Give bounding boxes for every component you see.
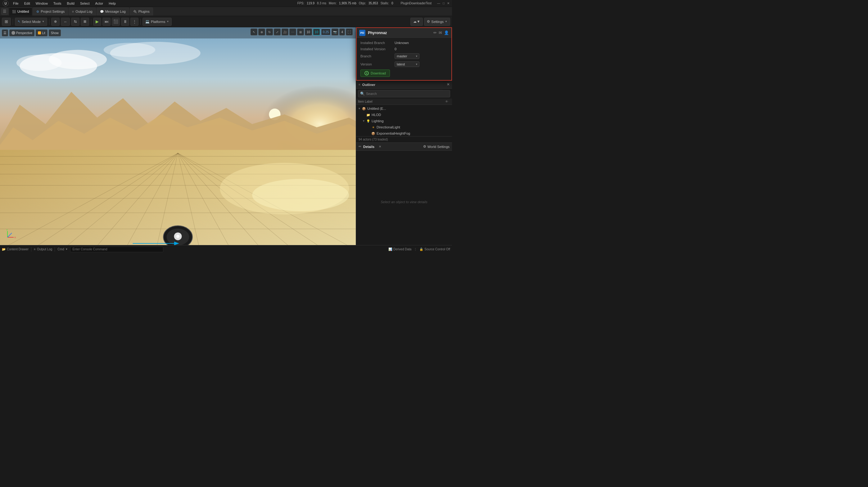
app-layout: U File Edit Window Tools Build Select Ac… (0, 0, 452, 253)
status-separator-2 (55, 247, 55, 252)
details-close-button[interactable]: ✕ (379, 145, 381, 148)
minimize-button[interactable]: — (437, 2, 440, 5)
outliner-close-button[interactable]: ✕ (447, 83, 450, 87)
source-control-button[interactable]: 🔒 Source Control Off (420, 248, 450, 251)
plugin-downloader-popup: PD Phyronnaz ✏ ✉ 👤 Installed Branch Unkn… (356, 27, 452, 80)
hamburger-menu-button[interactable]: ☰ (1, 8, 8, 15)
scale-widget-button[interactable]: ⤢ (274, 29, 281, 35)
branch-select[interactable]: master dev main (395, 53, 420, 59)
version-select-wrapper: latest 5.0 4.27 4.26 (395, 61, 420, 67)
fullscreen-button[interactable]: ⛶ (346, 29, 353, 35)
outliner-header: ≡ Outliner ✕ (356, 80, 452, 89)
grid-button[interactable]: ⊞ (297, 29, 304, 35)
expand-icon-2: ▼ (362, 120, 366, 123)
world-settings-tab[interactable]: ⚙ World Settings (423, 144, 450, 149)
platforms-button[interactable]: 💻 Platforms ▼ (143, 18, 172, 26)
tree-item-lighting[interactable]: ▼ 💡 Lighting (356, 118, 452, 124)
download-button[interactable]: ⬇ Download (361, 69, 390, 77)
tab-plugins[interactable]: 🔌 Plugins (130, 7, 153, 15)
menu-item-window[interactable]: Window (33, 1, 50, 6)
stalls-label: Stalls: (381, 2, 389, 5)
eye-column-header: 👁 (445, 100, 448, 103)
step-button[interactable]: ⏭ (102, 18, 111, 26)
tab-plugins-label: Plugins (138, 10, 150, 13)
tree-item-exponential[interactable]: 📦 ExponentialHeightFog (356, 130, 452, 136)
tab-untitled-icon: ⬛ (12, 10, 16, 13)
rotate-widget-button[interactable]: ↻ (266, 29, 273, 35)
viewport-menu-button[interactable]: ☰ (2, 29, 8, 36)
transform-button-3[interactable]: ⇆ (71, 18, 80, 26)
gear-icon: ⚙ (427, 20, 430, 24)
camera-speed-button[interactable]: 🎥 (282, 29, 288, 35)
play-button[interactable]: ▶ (93, 18, 101, 26)
tab-output-log[interactable]: ≡ Output Log (69, 7, 96, 15)
tree-icon-4: 📦 (371, 131, 375, 135)
select-mode-button[interactable]: ↖ Select Mode ▼ (15, 18, 47, 26)
menu-item-build[interactable]: Build (65, 1, 77, 6)
viewport-options-button[interactable]: ⋯ (289, 29, 296, 35)
menu-item-edit[interactable]: Edit (22, 1, 33, 6)
maximize-button[interactable]: □ (443, 2, 444, 5)
status-bar-options-button[interactable]: ⋮ (414, 248, 417, 251)
derived-data-button[interactable]: 📊 Derived Data (389, 248, 411, 251)
close-button[interactable]: ✕ (447, 2, 450, 5)
grid-number-button[interactable]: 10 (305, 29, 312, 35)
tab-untitled[interactable]: ⬛ Untitled (9, 7, 32, 15)
tab-project-settings[interactable]: ⚙ Project Settings (33, 7, 68, 15)
pause-button[interactable]: ⏸ (121, 18, 129, 26)
plugin-user-icon[interactable]: 👤 (444, 30, 449, 35)
tab-message-log[interactable]: 💬 Message Log (97, 7, 129, 15)
objs-label: Objs: (359, 2, 366, 5)
menu-item-help[interactable]: Help (106, 1, 118, 6)
transform-button-1[interactable]: ⊕ (51, 18, 60, 26)
item-label-column[interactable]: Item Label (358, 100, 445, 103)
stop-button[interactable]: ⬛ (112, 18, 120, 26)
viewport-perspective-button[interactable]: Perspective (9, 29, 34, 36)
viewport-lit-button[interactable]: Lit (36, 29, 48, 36)
content-drawer-icon: 📂 (2, 248, 6, 251)
tree-item-hlod[interactable]: 📁 HLOD (356, 112, 452, 118)
camera-num-button[interactable]: 📷 (332, 29, 338, 35)
outliner-search-input[interactable] (366, 92, 448, 96)
tree-icon-3: ☀ (371, 125, 375, 129)
content-drawer-button[interactable]: 📂 Content Drawer (2, 248, 29, 251)
lit-label: Lit (42, 31, 45, 35)
select-mode-icon: ↖ (18, 20, 21, 24)
settings-button[interactable]: ⚙ Settings ▼ (424, 18, 450, 26)
cmd-button[interactable]: Cmd ▼ (57, 248, 68, 251)
content-area: ☰ Perspective Lit Show ↖ (0, 27, 452, 253)
transform-widget-button[interactable]: ⊕ (258, 29, 265, 35)
download-circle-icon: ⬇ (365, 71, 369, 75)
toolbar-separator-1 (13, 19, 13, 25)
tab-bar: ☰ ⬛ Untitled ⚙ Project Settings ≡ Output… (0, 7, 452, 16)
tree-item-untitled[interactable]: ▼ 📦 Untitled (E... (356, 105, 452, 112)
toolbar-separator-4 (140, 19, 141, 25)
plugin-mail-icon[interactable]: ✉ (439, 30, 442, 35)
menu-item-actor[interactable]: Actor (93, 1, 106, 6)
console-command-input[interactable] (70, 247, 163, 252)
viewport[interactable]: ☰ Perspective Lit Show ↖ (0, 27, 356, 253)
transform-button-4[interactable]: ⊠ (81, 18, 89, 26)
transform-button-2[interactable]: ↔ (61, 18, 70, 26)
tree-item-directional[interactable]: ☀ DirectionalLight (356, 124, 452, 130)
eject-button[interactable]: ⋮ (130, 18, 138, 26)
frame-time: 8.3 ms (317, 2, 326, 5)
svg-line-46 (7, 233, 12, 237)
menu-item-file[interactable]: File (10, 1, 21, 6)
menu-item-tools[interactable]: Tools (51, 1, 64, 6)
plugin-edit-icon[interactable]: ✏ (433, 30, 437, 35)
scale-button[interactable]: 10 (313, 29, 320, 35)
viewport-show-button[interactable]: Show (49, 29, 61, 36)
outliner-tree: ▼ 📦 Untitled (E... 📁 HLOD ▼ 💡 Lighting (356, 105, 452, 136)
version-select[interactable]: latest 5.0 4.27 4.26 (395, 61, 420, 67)
camera-number[interactable]: 4 (339, 29, 345, 35)
stalls-value: 0 (392, 2, 393, 5)
cursor-mode-button[interactable]: ↖ (251, 29, 257, 35)
cmd-dropdown-icon: ▼ (65, 248, 68, 251)
menu-item-select[interactable]: Select (78, 1, 92, 6)
opacity-button[interactable]: 0.25 (321, 29, 331, 35)
output-log-button[interactable]: ≡ Output Log (34, 248, 52, 251)
plugin-logo: PD (359, 30, 365, 36)
layout-button[interactable]: ⊞ (2, 18, 11, 26)
settings-dropdown-button[interactable]: ☁▼ (410, 18, 423, 26)
